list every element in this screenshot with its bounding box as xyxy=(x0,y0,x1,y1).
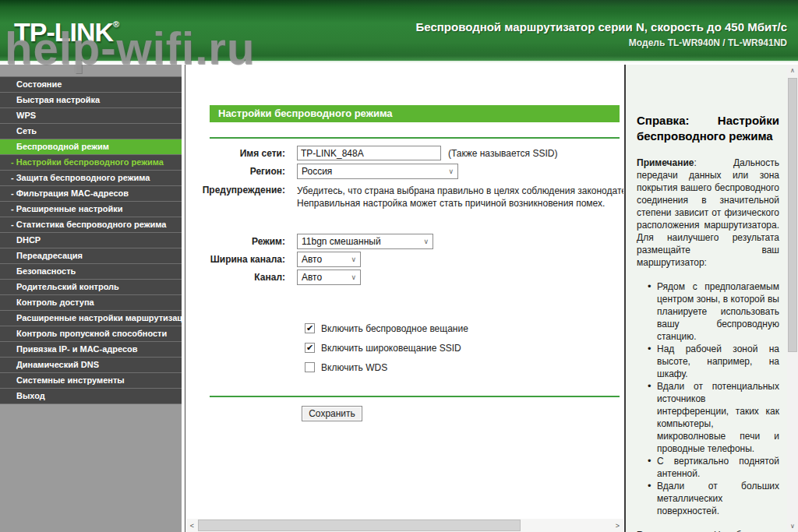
help-bullet-0: Рядом с предполагаемым центром зоны, в к… xyxy=(648,280,779,343)
router-tagline: Беспроводной маршрутизатор серии N, скор… xyxy=(415,20,787,33)
scroll-up-icon[interactable]: ∧ xyxy=(787,65,798,76)
channel-width-select[interactable]: Авто ∨ xyxy=(297,252,361,267)
help-panel: Справка: Настройки беспроводного режима … xyxy=(626,65,787,532)
sidebar-item-8[interactable]: - Расширенные настройки xyxy=(0,201,182,217)
sidebar-item-4[interactable]: Беспроводной режим xyxy=(0,139,182,154)
sidebar-item-9[interactable]: - Статистика беспроводного режима xyxy=(0,217,182,232)
registered-mark: ® xyxy=(113,19,118,29)
chevron-down-icon: ∨ xyxy=(351,273,356,281)
sidebar-item-14[interactable]: Контроль доступа xyxy=(0,294,182,310)
checkbox-row-1: ✔Включить широковещание SSID xyxy=(305,343,623,353)
help-bullet-list: Рядом с предполагаемым центром зоны, в к… xyxy=(648,280,779,517)
sidebar-item-3[interactable]: Сеть xyxy=(0,123,182,139)
horizontal-scrollbar: < > xyxy=(186,519,623,532)
scroll-right-icon[interactable]: > xyxy=(612,519,623,532)
channel-row: Канал: Авто ∨ xyxy=(185,270,623,285)
warning-row: Предупреждение: Убедитесь, что страна вы… xyxy=(185,185,623,210)
router-model: Модель TL-WR940N / TL-WR941ND xyxy=(415,37,787,48)
sidebar-item-0[interactable]: Состояние xyxy=(0,76,182,92)
channel-select[interactable]: Авто ∨ xyxy=(297,270,361,285)
chevron-down-icon: ∨ xyxy=(448,167,454,175)
ssid-row: Имя сети: (Также называется SSID) xyxy=(185,146,623,160)
sidebar-item-18[interactable]: Динамический DNS xyxy=(0,357,182,372)
warning-label: Предупреждение: xyxy=(185,185,285,196)
checkbox-row-0: ✔Включить беспроводное вещание xyxy=(305,323,623,333)
mode-row: Режим: 11bgn смешанный ∨ xyxy=(185,234,623,249)
separator-bottom xyxy=(210,396,620,397)
sidebar-item-13[interactable]: Родительский контроль xyxy=(0,279,182,294)
router-admin-page: TP-LINK® Беспроводной маршрутизатор сери… xyxy=(0,0,798,532)
region-select[interactable]: Россия ∨ xyxy=(297,164,458,179)
sidebar-item-6[interactable]: - Защита беспроводного режима xyxy=(0,170,182,185)
region-value: Россия xyxy=(302,166,332,177)
mode-value: 11bgn смешанный xyxy=(302,236,381,247)
page-title: Настройки беспроводного режима xyxy=(210,105,620,122)
checkbox-group: ✔Включить беспроводное вещание✔Включить … xyxy=(185,323,623,372)
help-title-left: Справка: xyxy=(637,113,689,129)
help-note: Примечание: Дальность передачи данных ил… xyxy=(637,157,779,269)
sidebar-item-1[interactable]: Быстрая настройка xyxy=(0,92,182,107)
mode-label: Режим: xyxy=(185,236,285,247)
help-bullet-3: С вертикально поднятой антенной. xyxy=(648,455,779,480)
tplink-logo: TP-LINK® xyxy=(14,17,118,48)
help-bullet-4: Вдали от больших металлических поверхнос… xyxy=(648,480,779,517)
sidebar-top-cap xyxy=(0,65,182,76)
main-content: Настройки беспроводного режима Имя сети:… xyxy=(185,65,623,532)
checkbox-checked-icon[interactable]: ✔ xyxy=(305,323,315,333)
channel-label: Канал: xyxy=(185,272,285,283)
vertical-scrollbar: ∧ ∨ xyxy=(787,65,798,532)
checkbox-unchecked-icon[interactable] xyxy=(305,362,315,372)
warning-line1: Убедитесь, что страна выбрана правильно … xyxy=(297,185,623,197)
sidebar-item-11[interactable]: Переадресация xyxy=(0,248,182,263)
save-button[interactable]: Сохранить xyxy=(302,406,362,421)
sidebar-menu: СостояниеБыстрая настройкаWPSСетьБеспров… xyxy=(0,76,182,404)
sidebar-item-7[interactable]: - Фильтрация MAC-адресов xyxy=(0,185,182,201)
help-title-right: Настройки xyxy=(718,113,779,129)
ssid-note: (Также называется SSID) xyxy=(448,148,557,159)
horizontal-scroll-thumb[interactable] xyxy=(198,520,521,531)
mode-select[interactable]: 11bgn смешанный ∨ xyxy=(297,234,433,249)
sidebar-item-12[interactable]: Безопасность xyxy=(0,263,182,279)
channel-value: Авто xyxy=(302,272,322,283)
horizontal-scroll-track[interactable] xyxy=(198,519,612,532)
ssid-input[interactable] xyxy=(297,146,441,160)
chevron-down-icon: ∨ xyxy=(423,238,429,245)
sidebar-item-17[interactable]: Привязка IP- и MAC-адресов xyxy=(0,341,182,357)
warning-line2: Неправильная настройка может стать причи… xyxy=(297,197,623,210)
vertical-scroll-thumb[interactable] xyxy=(788,78,797,352)
checkbox-checked-icon[interactable]: ✔ xyxy=(305,343,315,353)
sidebar: СостояниеБыстрая настройкаWPSСетьБеспров… xyxy=(0,65,182,532)
sidebar-item-20[interactable]: Выход xyxy=(0,388,182,403)
region-label: Регион: xyxy=(185,166,285,177)
checkbox-label: Включить широковещание SSID xyxy=(321,343,461,354)
scroll-left-icon[interactable]: < xyxy=(186,519,198,532)
help-title-line2: беспроводного режима xyxy=(637,129,779,144)
separator-top xyxy=(210,137,620,139)
channel-width-row: Ширина канала: Авто ∨ xyxy=(185,252,623,267)
channel-width-value: Авто xyxy=(302,254,322,265)
header: TP-LINK® Беспроводной маршрутизатор сери… xyxy=(0,0,798,62)
sidebar-item-15[interactable]: Расширенные настройки маршрутизации xyxy=(0,310,182,326)
checkbox-label: Включить беспроводное вещание xyxy=(321,323,468,334)
sidebar-item-5[interactable]: - Настройки беспроводного режима xyxy=(0,154,182,170)
sidebar-item-19[interactable]: Системные инструменты xyxy=(0,372,182,388)
sidebar-item-10[interactable]: DHCP xyxy=(0,232,182,248)
region-row: Регион: Россия ∨ xyxy=(185,164,623,179)
ssid-label: Имя сети: xyxy=(185,148,285,159)
checkbox-label: Включить WDS xyxy=(321,362,387,373)
checkbox-row-2: Включить WDS xyxy=(305,362,623,372)
sidebar-item-2[interactable]: WPS xyxy=(0,107,182,123)
help-bullet-1: Над рабочей зоной на высоте, например, н… xyxy=(648,343,779,380)
header-right: Беспроводной маршрутизатор серии N, скор… xyxy=(415,20,787,48)
help-attention: Внимание: Несоблюдение настоящих инструк… xyxy=(637,529,779,532)
help-title: Справка: Настройки беспроводного режима xyxy=(637,113,779,144)
chevron-down-icon: ∨ xyxy=(351,255,356,263)
channel-width-label: Ширина канала: xyxy=(185,254,285,265)
scroll-down-icon[interactable]: ∨ xyxy=(787,520,798,532)
help-bullet-2: Вдали от потенциальных источников интерф… xyxy=(648,380,779,455)
sidebar-item-16[interactable]: Контроль пропускной способности xyxy=(0,326,182,341)
